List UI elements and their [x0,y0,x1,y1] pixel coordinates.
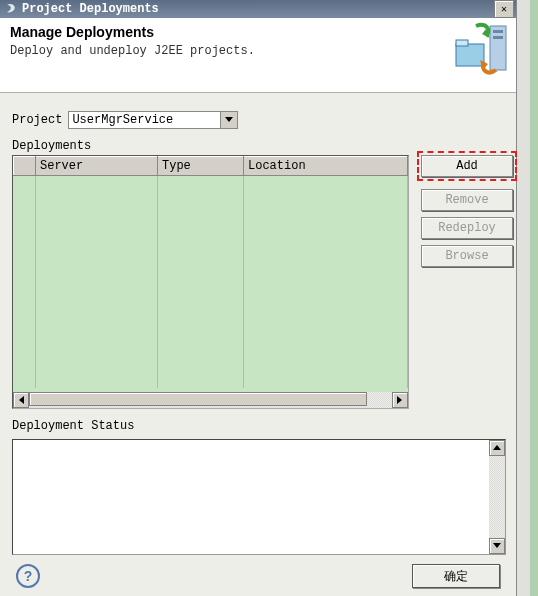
triangle-left-icon [18,396,24,404]
app-icon [4,2,18,16]
status-label: Deployment Status [12,419,516,433]
svg-rect-3 [456,44,484,66]
triangle-right-icon [397,396,403,404]
dialog-body: Project Deployments Ser [0,93,516,565]
deploy-illustration-icon [452,20,512,76]
redeploy-button: Redeploy [421,217,513,239]
horizontal-scrollbar[interactable] [13,392,408,408]
window-title: Project Deployments [22,2,159,16]
svg-rect-1 [493,30,503,33]
add-highlight: Add [417,151,517,181]
scroll-right-button[interactable] [392,392,408,408]
background-strip [530,0,538,596]
side-buttons: Add Remove Redeploy Browse [421,155,513,267]
remove-button: Remove [421,189,513,211]
svg-marker-11 [493,543,501,548]
help-icon: ? [24,568,33,584]
header-panel: Manage Deployments Deploy and undeploy J… [0,18,516,93]
status-textarea[interactable] [12,439,506,555]
svg-marker-9 [397,396,402,404]
column-server[interactable]: Server [36,157,158,176]
scroll-thumb[interactable] [29,392,367,406]
deployments-area: Server Type Location [12,155,516,409]
column-type[interactable]: Type [158,157,244,176]
svg-rect-4 [456,40,468,46]
scroll-up-button[interactable] [489,440,505,456]
svg-rect-2 [493,36,503,39]
browse-button: Browse [421,245,513,267]
footer: ? 确定 [0,556,516,596]
close-icon: ✕ [501,3,507,15]
column-location[interactable]: Location [244,157,408,176]
vertical-scrollbar[interactable] [489,440,505,554]
page-subtitle: Deploy and undeploy J2EE projects. [10,44,506,58]
project-input[interactable] [68,111,238,129]
column-blank[interactable] [14,157,36,176]
add-button[interactable]: Add [421,155,513,177]
table-header-row: Server Type Location [14,157,408,176]
page-title: Manage Deployments [10,24,506,40]
scroll-left-button[interactable] [13,392,29,408]
project-deployments-dialog: Project Deployments ✕ Manage Deployments… [0,0,517,596]
title-bar[interactable]: Project Deployments ✕ [0,0,516,18]
ok-button[interactable]: 确定 [412,564,500,588]
project-dropdown-arrow[interactable] [220,112,237,128]
project-label: Project [12,113,62,127]
triangle-down-icon [493,543,501,549]
triangle-up-icon [493,445,501,451]
svg-marker-8 [19,396,24,404]
chevron-down-icon [225,117,233,123]
svg-marker-7 [225,117,233,122]
project-row: Project [12,111,516,129]
deployments-table[interactable]: Server Type Location [13,156,408,388]
project-combo[interactable] [68,111,238,129]
background-edge [516,0,530,596]
table-body-empty [14,176,408,389]
scroll-down-button[interactable] [489,538,505,554]
help-button[interactable]: ? [16,564,40,588]
scroll-track-v[interactable] [489,456,505,538]
svg-marker-10 [493,445,501,450]
close-button[interactable]: ✕ [494,0,514,18]
scroll-track[interactable] [29,392,392,408]
deployments-table-wrap: Server Type Location [12,155,409,409]
